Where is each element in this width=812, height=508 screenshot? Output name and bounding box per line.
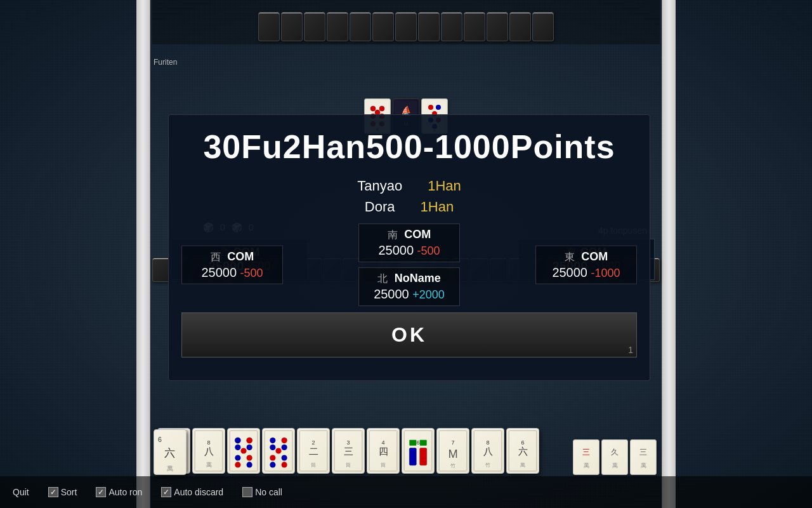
yaku-row-1: Tanyao 1Han <box>169 175 650 196</box>
svg-rect-55 <box>420 448 427 465</box>
svg-rect-57 <box>420 440 427 446</box>
no-call-checkbox[interactable]: No call <box>242 487 282 497</box>
svg-text:萬: 萬 <box>641 462 646 469</box>
ok-button[interactable]: OK <box>181 312 637 358</box>
yaku1-han: 1Han <box>428 175 461 196</box>
svg-rect-56 <box>409 440 416 446</box>
hand-tile-8[interactable]: 6 <box>402 428 435 474</box>
auto-discard-checkbox[interactable]: Auto discard <box>161 487 223 497</box>
svg-point-39 <box>275 448 281 453</box>
west-score-val: 25000 <box>201 265 237 279</box>
call-tile-2: 久 萬 <box>601 439 628 475</box>
auto-ron-checkbox[interactable]: Auto ron <box>96 487 142 497</box>
top-tile <box>281 12 303 41</box>
auto-ron-label: Auto ron <box>108 487 142 497</box>
top-tile <box>327 12 348 41</box>
hand-tile-6[interactable]: 3 三 筒 <box>332 428 365 474</box>
svg-point-29 <box>247 444 252 450</box>
south-dir: 北 <box>377 273 388 284</box>
svg-text:二: 二 <box>309 446 318 457</box>
hand-tile-7[interactable]: 4 四 筒 <box>367 428 400 474</box>
svg-text:萬: 萬 <box>584 462 589 469</box>
svg-text:6: 6 <box>158 436 162 443</box>
top-tile-area <box>152 0 660 44</box>
svg-text:6: 6 <box>521 439 524 446</box>
svg-point-28 <box>235 444 240 450</box>
svg-text:筒: 筒 <box>381 462 386 468</box>
points-label: Points <box>511 128 615 165</box>
top-tile <box>464 12 485 41</box>
svg-text:六: 六 <box>518 446 528 457</box>
hand-tile-11[interactable]: 6 六 萬 <box>506 428 539 474</box>
score-title-display: 30Fu2Han500-1000Points <box>169 115 650 172</box>
south-name: NoName <box>395 272 441 284</box>
call-tile-3: 三 萬 <box>630 439 657 475</box>
svg-point-42 <box>270 462 275 467</box>
east-player-box: 東 COM 25000 -1000 <box>535 246 637 284</box>
svg-text:三: 三 <box>344 446 353 457</box>
svg-text:三: 三 <box>582 448 590 457</box>
rail-left <box>136 0 150 508</box>
no-call-checkmark <box>242 487 252 497</box>
hand-tile-10[interactable]: 8 八 竹 <box>471 428 504 474</box>
auto-ron-checkmark <box>96 487 106 497</box>
sort-checkbox[interactable]: Sort <box>48 487 77 497</box>
hand-tile-2[interactable]: 8 八 萬 <box>192 428 225 474</box>
furiten-label: Furiten <box>154 58 177 67</box>
fu-value: 30 <box>203 128 241 165</box>
han-value: 2 <box>283 128 302 165</box>
svg-point-41 <box>282 455 287 460</box>
sort-checkmark <box>48 487 58 497</box>
svg-text:8: 8 <box>486 439 489 446</box>
score-modal: 30Fu2Han500-1000Points Tanyao 1Han Dora … <box>168 114 650 381</box>
svg-text:萬: 萬 <box>612 462 618 469</box>
hand-tile-4[interactable] <box>262 428 295 474</box>
svg-point-32 <box>247 455 252 460</box>
yaku2-name: Dora <box>365 196 395 217</box>
svg-point-36 <box>282 438 287 443</box>
svg-text:4: 4 <box>381 439 384 446</box>
sort-label: Sort <box>61 487 77 497</box>
yaku1-name: Tanyao <box>357 175 402 196</box>
quit-button[interactable]: Quit <box>13 487 29 497</box>
svg-text:M: M <box>448 447 457 460</box>
ok-count: 1 <box>628 345 633 355</box>
svg-point-31 <box>235 455 240 460</box>
auto-discard-checkmark <box>161 487 171 497</box>
east-name: COM <box>581 250 608 263</box>
svg-text:7: 7 <box>451 439 454 446</box>
svg-point-43 <box>282 462 287 467</box>
svg-text:6: 6 <box>416 439 419 446</box>
hand-tile-9[interactable]: 7 M 竹 <box>436 428 469 474</box>
north-dir: 南 <box>388 229 398 240</box>
top-tile <box>395 12 417 41</box>
svg-text:久: 久 <box>611 448 619 457</box>
svg-text:三: 三 <box>639 448 647 457</box>
han-label: Han <box>302 128 366 165</box>
svg-text:3: 3 <box>346 439 350 446</box>
south-player-box: 北 NoName 25000 +2000 <box>358 267 460 306</box>
svg-text:六: 六 <box>165 447 176 459</box>
top-tile <box>441 12 462 41</box>
north-player-box: 南 COM 25000 -500 <box>358 224 460 262</box>
east-dir: 東 <box>565 251 575 262</box>
top-tile <box>487 12 508 41</box>
top-tile <box>304 12 325 41</box>
svg-text:萬: 萬 <box>167 465 173 472</box>
top-tile <box>350 12 371 41</box>
svg-text:筒: 筒 <box>311 462 316 468</box>
hand-tile-5[interactable]: 2 二 筒 <box>297 428 330 474</box>
svg-text:筒: 筒 <box>346 462 351 468</box>
toolbar: Quit Sort Auto ron Auto discard No call <box>0 476 812 508</box>
svg-text:竹: 竹 <box>450 463 455 469</box>
hand-tile-3[interactable] <box>227 428 260 474</box>
west-name: COM <box>227 250 254 263</box>
east-score-val: 25000 <box>552 265 587 279</box>
svg-text:萬: 萬 <box>520 462 525 468</box>
call-tile-1: 三 萬 <box>573 439 599 475</box>
right-call-area: 三 萬 久 萬 三 萬 <box>573 439 657 475</box>
west-dir: 西 <box>211 251 221 262</box>
north-score-val: 25000 <box>378 243 414 257</box>
svg-point-1 <box>370 106 376 111</box>
rail-right <box>662 0 676 508</box>
